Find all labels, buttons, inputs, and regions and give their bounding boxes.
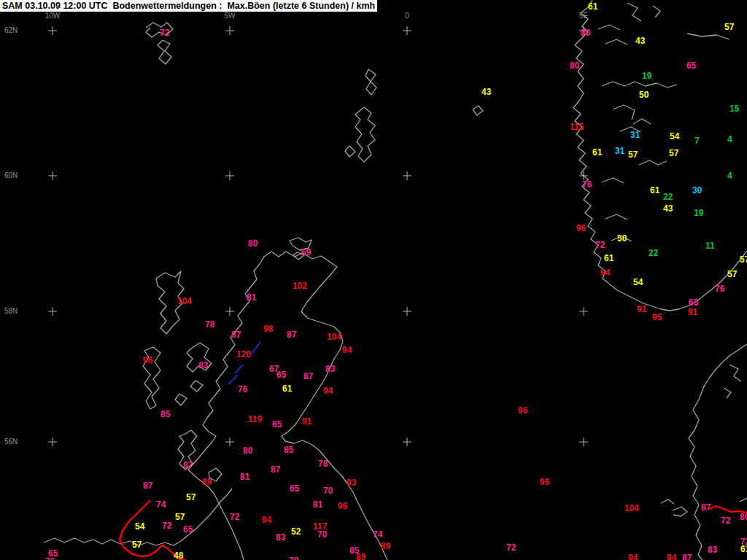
station-gust-value: 93 [347, 478, 356, 487]
station-gust-value: 72 [160, 28, 169, 37]
coastline-fjord-8 [602, 178, 624, 183]
grid-cross [225, 438, 234, 446]
station-gust-value: 61 [592, 148, 602, 157]
grid-cross [225, 307, 234, 316]
station-gust-value: 65 [290, 484, 299, 493]
station-gust-value: 102 [293, 281, 307, 290]
station-gust-value: 52 [291, 527, 301, 536]
map-title: SAM 03.10.09 12:00 UTC Bodenwettermeldun… [0, 0, 377, 12]
station-gust-value: 57 [628, 150, 638, 159]
grid-cross [579, 438, 588, 446]
station-gust-value: 61 [282, 384, 292, 393]
station-gust-value: 85 [284, 446, 293, 454]
grid-cross [225, 26, 234, 35]
station-gust-value: 80 [248, 239, 258, 248]
coastline-ireland-north [44, 489, 232, 545]
station-gust-value: 91 [637, 305, 646, 314]
grid-cross [48, 438, 57, 446]
coastline-norway-isles-1 [627, 3, 641, 21]
station-gust-value: 76 [238, 385, 247, 394]
station-gust-value: 87 [287, 330, 296, 339]
station-gust-value: 76 [582, 180, 592, 189]
station-gust-value: 54 [633, 278, 643, 287]
station-gust-value: 72 [230, 513, 239, 521]
station-gust-value: 57 [175, 513, 185, 521]
station-gust-value: 43 [663, 204, 673, 213]
station-gust-value: 120 [236, 350, 251, 359]
station-gust-value: 4 [727, 135, 732, 144]
grid-cross [48, 26, 57, 35]
station-gust-value: 61 [740, 545, 747, 553]
station-gust-value: 57 [186, 493, 196, 502]
coastline-norway-isles-3 [687, 34, 729, 39]
station-gust-value: 70 [323, 486, 333, 495]
station-gust-value: 57 [727, 270, 737, 279]
station-gust-value: 87 [271, 465, 280, 474]
grid-cross [403, 171, 411, 180]
longitude-label: 0 [405, 12, 409, 20]
grid-cross [48, 307, 57, 316]
coastline-skerry [473, 106, 483, 115]
station-gust-value: 48 [174, 551, 183, 560]
grid-cross [403, 26, 411, 35]
station-gust-value: 94 [667, 553, 676, 560]
station-gust-value: 104 [177, 297, 192, 306]
station-gust-value: 89 [381, 542, 390, 551]
station-gust-value: 65 [183, 525, 193, 534]
coastline-fjord-6 [633, 119, 651, 124]
station-gust-value: 83 [198, 361, 208, 370]
station-gust-value: 76 [45, 557, 55, 560]
coastline-faroe-2 [158, 40, 171, 64]
coastline-shetland-west [345, 146, 355, 157]
coastline-jutland-isles-2 [724, 388, 731, 398]
coastline-fjord-7 [639, 160, 667, 165]
station-gust-value: 83 [276, 533, 285, 542]
station-gust-value: 72 [721, 516, 730, 525]
station-gust-value: 57 [740, 255, 747, 264]
station-gust-value: 83 [708, 545, 717, 554]
grid-cross [579, 307, 588, 316]
station-gust-value: 70 [317, 530, 327, 539]
station-gust-value: 96 [143, 356, 152, 365]
coastline-jutland [689, 344, 747, 560]
latitude-label: 58N [4, 308, 18, 315]
station-gust-value: 119 [248, 415, 262, 424]
station-gust-value: 19 [694, 209, 703, 217]
weather-map: 62N60N58N56N10W5W05E72436180435780651950… [0, 0, 747, 560]
station-gust-value: 7 [694, 136, 700, 145]
station-gust-value: 57 [132, 540, 142, 549]
station-gust-value: 78 [205, 320, 214, 329]
station-gust-value: 65 [272, 420, 282, 429]
grid-cross [225, 171, 234, 180]
longitude-label: 10W [45, 12, 61, 20]
station-gust-value: 96 [652, 313, 662, 322]
station-gust-value: 81 [313, 500, 322, 509]
station-gust-value: 54 [135, 522, 144, 531]
station-gust-value: 87 [231, 330, 241, 339]
station-gust-value: 15 [729, 104, 739, 113]
station-gust-value: 80 [243, 446, 252, 455]
station-gust-value: 81 [247, 293, 256, 302]
station-gust-value: 50 [617, 234, 627, 243]
station-gust-value: 94 [628, 553, 638, 560]
latitude-label: 60N [4, 172, 18, 179]
station-gust-value: 96 [540, 478, 549, 486]
station-gust-value: 57 [724, 23, 734, 31]
station-gust-value: 65 [276, 370, 286, 379]
station-gust-value: 31 [630, 131, 640, 139]
station-gust-value: 65 [689, 298, 698, 307]
station-gust-value: 89 [356, 553, 365, 560]
station-gust-value: 61 [604, 254, 614, 262]
longitude-label: 5W [225, 12, 236, 20]
great-glen-3 [228, 375, 238, 384]
latitude-label: 56N [4, 438, 18, 446]
station-gust-value: 94 [600, 268, 610, 277]
station-gust-value: 91 [302, 417, 311, 426]
station-gust-value: 50 [639, 90, 649, 99]
station-gust-value: 72 [595, 241, 605, 249]
station-gust-value: 85 [160, 410, 170, 419]
station-gust-value: 61 [588, 2, 597, 11]
station-gust-value: 94 [342, 346, 352, 354]
coastline-frisian-1 [673, 507, 687, 516]
station-gust-value: 31 [615, 147, 624, 155]
